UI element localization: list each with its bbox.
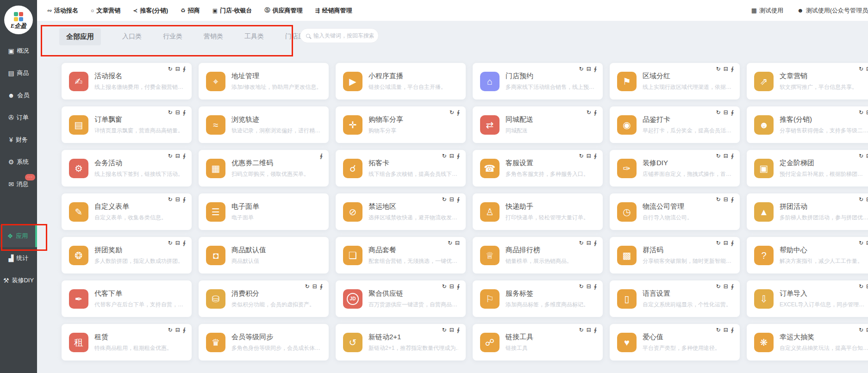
app-card[interactable]: ↻⊟ ⇗ 文章营销 软文撰写推广，平台信息共享。 [747,63,868,99]
tab-category[interactable]: 入口类 [122,32,142,41]
link-icon[interactable]: ∮ [594,153,597,159]
link-icon[interactable]: ∮ [594,240,597,246]
refresh-icon[interactable]: ↻ [168,66,173,72]
link-icon[interactable]: ∮ [731,327,734,333]
app-card[interactable]: ↻⊟∮ 租 租赁 特殊商品租用，租期租金优惠。 [62,324,192,361]
refresh-icon[interactable]: ↻ [168,153,173,159]
refresh-icon[interactable]: ↻ [859,284,863,289]
printer-icon[interactable]: ⊟ [587,66,591,72]
refresh-icon[interactable]: ↻ [716,327,721,333]
sidebar-item[interactable]: ▣ 概况 [0,40,37,62]
link-icon[interactable]: ∮ [320,284,323,289]
app-card[interactable]: ↻⊟ ▲ 拼团活动 多阶梯人数拼团活动，参与拼团优… [747,193,868,230]
refresh-icon[interactable]: ↻ [716,66,721,72]
printer-icon[interactable]: ⊟ [587,327,591,333]
printer-icon[interactable]: ⊟ [724,153,728,159]
app-card[interactable]: ↻⊟∮ ⛁ 消费积分 类似积分功能，会员的虚拟资产。 [199,280,329,317]
sidebar-item[interactable]: ❖ 应用 [0,225,37,247]
refresh-icon[interactable]: ↻ [448,240,452,246]
refresh-icon[interactable]: ↻ [579,153,584,159]
link-icon[interactable]: ∮ [183,240,186,246]
link-icon[interactable]: ∮ [320,153,323,159]
link-icon[interactable]: ∮ [731,284,734,289]
tab-category[interactable]: 营销类 [204,32,223,41]
printer-icon[interactable]: ⊟ [866,66,868,72]
printer-icon[interactable]: ⊟ [450,327,454,333]
refresh-icon[interactable]: ↻ [859,110,863,115]
app-card[interactable]: ↻⊟∮ JD 聚合供应链 百万货源供应一键进货，自营商品… [336,280,466,317]
printer-icon[interactable]: ⊟ [724,240,728,246]
app-card[interactable]: ↻⊟∮ ☍ 链接工具 链接工具 [473,324,603,361]
refresh-icon[interactable]: ↻ [859,66,863,72]
printer-icon[interactable]: ⊟ [866,197,868,202]
sidebar-item[interactable]: ▟ 统计 [0,247,37,269]
app-card[interactable]: ↻⊟∮ ◉ 品鉴打卡 早起打卡，瓜分奖金，提高会员活… [610,106,740,143]
printer-icon[interactable]: ⊟ [866,327,868,333]
printer-icon[interactable]: ⊟ [450,153,454,159]
printer-icon[interactable]: ⊟ [866,153,868,159]
user-menu-item[interactable]: ▦ 测试使用 [751,6,783,15]
printer-icon[interactable]: ⊟ [450,284,454,289]
refresh-icon[interactable]: ↻ [716,153,721,159]
app-card[interactable]: ◘ 商品默认值 商品默认值 [199,237,329,274]
app-card[interactable]: ↻⊟∮ ☎ 客服设置 多角色客服支持，多种服务入口。 [473,150,603,186]
refresh-icon[interactable]: ↻ [859,240,863,246]
link-icon[interactable]: ∮ [731,153,734,159]
sidebar-item[interactable]: ▤ 商品 [0,62,37,84]
refresh-icon[interactable]: ↻ [168,110,173,115]
app-card[interactable]: ↻⊟∮ ◷ 物流公司管理 自行导入物流公司。 [610,193,740,230]
app-card[interactable]: ↻⊟ ⇩ 订单导入 EXCEL导入订单信息，同步管理… [747,280,868,317]
tab-category[interactable]: 工具类 [244,32,264,41]
tab-category[interactable]: 全部应用 [59,28,101,45]
sidebar-item[interactable]: ⚒ 装修DIY [0,269,37,292]
printer-icon[interactable]: ⊟ [866,110,868,115]
app-card[interactable]: ☰ 电子面单 电子面单 [199,193,329,230]
app-card[interactable]: ↻⊟∮ ⚙ 会务活动 线上报名线下签到，链接线下活动。 [62,150,192,186]
refresh-icon[interactable]: ↻ [579,66,584,72]
printer-icon[interactable]: ⊟ [175,66,180,72]
printer-icon[interactable]: ⊟ [724,327,728,333]
sidebar-item[interactable]: ¥ 财务 [0,129,37,151]
printer-icon[interactable]: ⊟ [866,240,868,246]
printer-icon[interactable]: ⊟ [724,110,728,115]
app-card[interactable]: ↻∮ ✛ 购物车分享 购物车分享 [336,106,466,143]
printer-icon[interactable]: ⊟ [587,240,591,246]
topnav-item[interactable]: ≺ 推客(分销) [133,6,168,15]
refresh-icon[interactable]: ↻ [716,284,721,289]
link-icon[interactable]: ∮ [183,66,186,72]
sidebar-item[interactable]: ✇ 订单 [0,106,37,129]
tab-category[interactable]: 行业类 [163,32,182,41]
printer-icon[interactable]: ⊟ [175,153,180,159]
refresh-icon[interactable]: ↻ [716,197,721,202]
link-icon[interactable]: ∮ [731,240,734,246]
link-icon[interactable]: ∮ [183,153,186,159]
user-menu-item[interactable]: ☻ 测试使用(公众号管理员 [797,6,868,15]
printer-icon[interactable]: ⊟ [587,153,591,159]
app-card[interactable]: ↻⊟ ❏ 商品套餐 配套组合营销，无须挑选，一键优… [336,237,466,274]
refresh-icon[interactable]: ↻ [168,197,173,202]
refresh-icon[interactable]: ↻ [442,327,447,333]
app-card[interactable]: ♛ 会员等级同步 多角色身份等级同步，会员成长体… [199,324,329,361]
app-card[interactable]: ↻⊟∮ ⚐ 服务标签 添加商品标签，多维度商品标记。 [473,280,603,317]
refresh-icon[interactable]: ↻ [587,110,591,115]
search-input[interactable] [313,32,374,39]
printer-icon[interactable]: ⊟ [450,197,454,202]
printer-icon[interactable]: ⊟ [175,240,180,246]
app-card[interactable]: ↻⊟∮ ⊘ 禁运地区 选择区域禁收快递，避开物流收发… [336,193,466,230]
link-icon[interactable]: ∮ [183,197,186,202]
link-icon[interactable]: ∮ [594,66,597,72]
sidebar-item[interactable]: ☻ 会员 [0,84,37,106]
link-icon[interactable]: ∮ [731,110,734,115]
app-card[interactable]: ↻⊟∮ ❂ 拼团奖励 多人数阶拼团，指定人数成功拼团。 [62,237,192,274]
topnav-item[interactable]: ○ 文章营销 [91,6,120,15]
link-icon[interactable]: ∮ [457,327,460,333]
printer-icon[interactable]: ⊟ [312,284,317,289]
link-icon[interactable]: ∮ [457,153,460,159]
printer-icon[interactable]: ⊟ [175,110,180,115]
app-card[interactable]: ↻⊟∮ ♥ 爱心值 平台资产类型，多种使用途径。 [610,324,740,361]
app-card[interactable]: ↻⊟∮ ✍ 活动报名 线上报名缴纳费用，付费金额营销… [62,63,192,99]
app-card[interactable]: ↻⊟ ☻ 推客(分销) 分享销售获得佣金，支持多等级二… [747,106,868,143]
topnav-item[interactable]: ∾ 活动报名 [47,6,78,15]
app-card[interactable]: ↻⊟∮ ↺ 新链动2+1 新链动2+1，推荐指定数量代理成为… [336,324,466,361]
topnav-item[interactable]: Ⓢ 供应商管理 [265,6,303,15]
